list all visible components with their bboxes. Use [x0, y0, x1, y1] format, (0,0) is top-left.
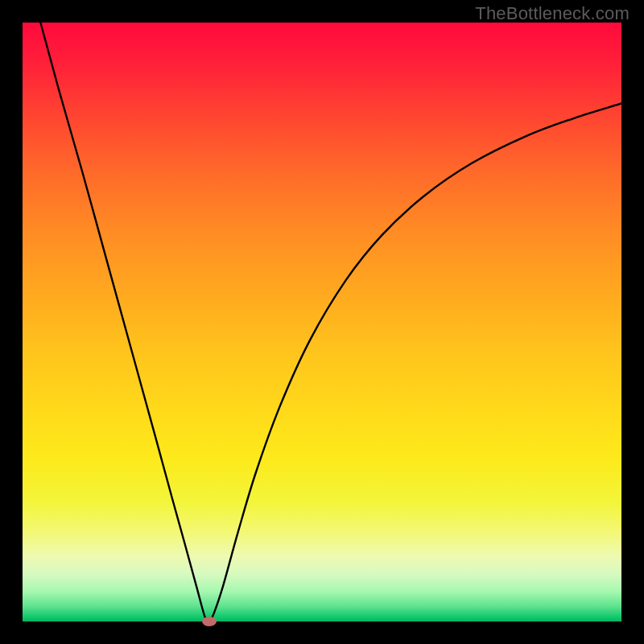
minimum-marker — [202, 617, 217, 626]
bottleneck-curve — [40, 23, 621, 621]
watermark-text: TheBottleneck.com — [475, 3, 630, 24]
plot-area — [23, 23, 621, 621]
curve-svg — [23, 23, 621, 621]
